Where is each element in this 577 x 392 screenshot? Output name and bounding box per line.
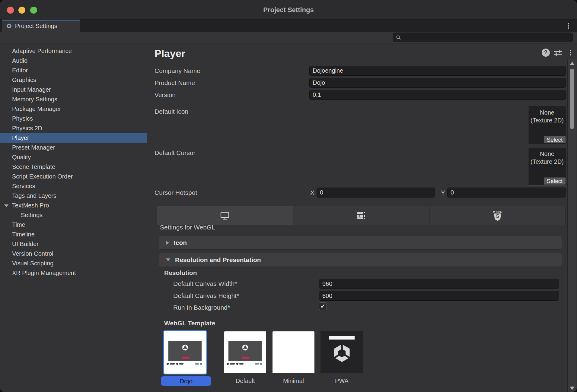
company-name-field-wrap (309, 66, 566, 76)
sidebar-item-textmesh-pro-settings[interactable]: Settings (0, 210, 147, 220)
product-name-label: Product Name (155, 78, 195, 88)
hotspot-y-field-wrap (447, 188, 566, 198)
default-icon-select-button[interactable]: Select (544, 136, 566, 143)
help-icon[interactable]: ? (542, 49, 550, 57)
gear-icon: ⚙ (6, 23, 12, 30)
run-in-background-checkbox[interactable]: ✓ (319, 302, 327, 310)
hotspot-y-label: Y (441, 188, 445, 198)
sidebar-item-physics[interactable]: Physics (0, 114, 147, 123)
scrollbar-thumb[interactable] (570, 69, 574, 129)
panel-menu-kebab-icon[interactable] (568, 50, 572, 55)
sidebar-item-audio[interactable]: Audio (0, 56, 147, 65)
canvas-height-input[interactable] (319, 291, 559, 300)
template-footer-logos (224, 362, 266, 366)
page-title: Player (155, 48, 185, 59)
resolution-section-foldout[interactable]: Resolution and Presentation (159, 253, 562, 267)
sidebar-item-input-manager[interactable]: Input Manager (0, 85, 147, 94)
presets-icon[interactable] (553, 49, 563, 57)
template-card-dojo[interactable] (163, 330, 207, 375)
webgl-template-heading: WebGL Template (164, 320, 215, 327)
search-icon (396, 35, 401, 40)
default-icon-object-picker[interactable]: None (Texture 2D) Select (528, 106, 566, 144)
resolution-section-container: Resolution and Presentation Resolution D… (159, 253, 562, 392)
unity-cube-icon (332, 343, 352, 363)
object-picker-value-line2: (Texture 2D) (528, 116, 566, 124)
foldout-expanded-icon (166, 258, 170, 261)
product-name-input[interactable] (310, 78, 566, 87)
sidebar-item-adaptive-performance[interactable]: Adaptive Performance (0, 46, 147, 56)
canvas-width-label: Default Canvas Width* (173, 280, 237, 288)
foldout-collapsed-icon (166, 241, 169, 245)
version-field-wrap (309, 90, 566, 100)
template-footer-logos (164, 362, 206, 366)
sidebar-item-label: TextMesh Pro (12, 202, 49, 209)
template-label-dojo[interactable]: Dojo (161, 376, 211, 386)
platform-tab-webgl[interactable]: HTML 5 (429, 206, 566, 225)
sidebar-item-tags-and-layers[interactable]: Tags and Layers (0, 191, 147, 201)
version-label: Version (155, 90, 176, 100)
sidebar-item-scene-template[interactable]: Scene Template (0, 162, 147, 172)
resolution-heading: Resolution (164, 269, 197, 277)
settings-for-webgl-label: Settings for WebGL (160, 224, 215, 231)
tab-label: Project Settings (15, 23, 57, 30)
platform-tab-dedicated-server[interactable] (293, 206, 430, 225)
canvas-width-input[interactable] (319, 279, 559, 288)
platform-tab-desktop[interactable] (157, 206, 293, 225)
canvas-height-field-wrap (319, 291, 559, 301)
product-name-field-wrap (309, 78, 566, 88)
unity-cube-icon (182, 344, 189, 351)
sidebar-item-quality[interactable]: Quality (0, 152, 147, 162)
template-card-minimal[interactable] (273, 331, 314, 373)
object-picker-value-line1: None (528, 109, 566, 116)
search-box[interactable] (393, 33, 573, 42)
canvas-height-label: Default Canvas Height* (173, 292, 239, 300)
chevron-expanded-icon[interactable] (4, 204, 8, 207)
player-settings-panel: Player ? Company Name Product Name Versi… (148, 43, 567, 392)
sidebar-item-package-manager[interactable]: Package Manager (0, 104, 147, 114)
html5-icon: HTML 5 (493, 210, 502, 221)
search-input[interactable] (403, 34, 569, 41)
template-label-minimal[interactable]: Minimal (273, 378, 314, 384)
sidebar-item-preset-manager[interactable]: Preset Manager (0, 143, 147, 152)
sidebar-item-ui-builder[interactable]: UI Builder (0, 239, 147, 249)
sidebar-item-visual-scripting[interactable]: Visual Scripting (0, 258, 147, 268)
settings-sidebar: Adaptive Performance Audio Editor Graphi… (0, 43, 147, 392)
template-card-pwa[interactable] (320, 331, 363, 373)
sidebar-item-memory-settings[interactable]: Memory Settings (0, 94, 147, 104)
hotspot-y-input[interactable] (448, 188, 566, 197)
template-label-default[interactable]: Default (224, 378, 266, 384)
version-input[interactable] (310, 90, 566, 100)
sidebar-item-graphics[interactable]: Graphics (0, 75, 147, 85)
sidebar-item-physics-2d[interactable]: Physics 2D (0, 123, 147, 133)
template-accent-bar (242, 357, 249, 359)
scroll-down-arrow-icon[interactable] (570, 387, 575, 390)
project-settings-window: Project Settings ⚙ Project Settings Adap… (0, 0, 577, 392)
sidebar-item-player[interactable]: Player (0, 133, 147, 143)
icon-section-title: Icon (174, 239, 187, 246)
title-bar: Project Settings (0, 0, 577, 20)
default-cursor-object-picker[interactable]: None (Texture 2D) Select (528, 147, 566, 185)
template-label-pwa[interactable]: PWA (320, 378, 363, 384)
sidebar-item-time[interactable]: Time (0, 220, 147, 229)
tab-project-settings[interactable]: ⚙ Project Settings (2, 20, 80, 32)
sidebar-item-script-execution-order[interactable]: Script Execution Order (0, 172, 147, 181)
icon-section-foldout[interactable]: Icon (159, 236, 562, 250)
default-cursor-select-button[interactable]: Select (544, 177, 566, 185)
sidebar-item-textmesh-pro[interactable]: TextMesh Pro (0, 201, 147, 210)
pwa-title-bar (329, 336, 355, 340)
sidebar-item-services[interactable]: Services (0, 181, 147, 191)
company-name-input[interactable] (310, 66, 566, 75)
vertical-scrollbar[interactable] (567, 59, 576, 392)
sidebar-item-timeline[interactable]: Timeline (0, 229, 147, 239)
sidebar-item-editor[interactable]: Editor (0, 65, 147, 75)
hotspot-x-field-wrap (317, 188, 435, 198)
hotspot-x-input[interactable] (317, 188, 435, 197)
sidebar-item-version-control[interactable]: Version Control (0, 249, 147, 258)
cursor-hotspot-label: Cursor Hotspot (155, 188, 197, 198)
template-accent-bar (182, 357, 189, 359)
tab-menu-kebab-icon[interactable] (566, 23, 571, 29)
sidebar-item-xr-plugin-management[interactable]: XR Plugin Management (0, 268, 147, 278)
scroll-up-arrow-icon[interactable] (570, 62, 575, 65)
default-cursor-label: Default Cursor (155, 148, 195, 158)
template-card-default[interactable] (224, 331, 266, 373)
